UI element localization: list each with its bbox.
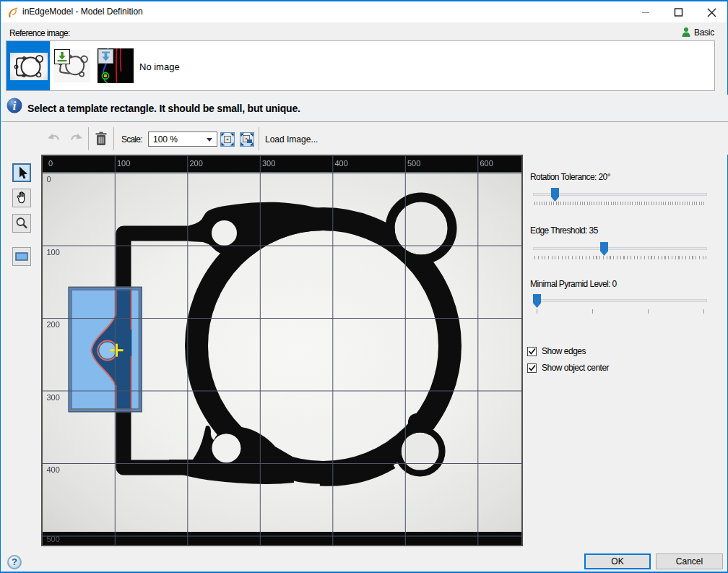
svg-text:200: 200 [190,159,203,168]
svg-text:200: 200 [47,320,60,329]
svg-text:300: 300 [262,159,275,168]
svg-text:400: 400 [47,465,60,474]
svg-text:500: 500 [407,159,420,168]
svg-text:100: 100 [47,248,60,257]
svg-text:i: i [13,100,17,112]
svg-text:600: 600 [480,159,493,168]
svg-text:0: 0 [48,159,53,168]
svg-text:500: 500 [47,535,60,543]
svg-text:100: 100 [117,159,130,168]
svg-text:0: 0 [47,175,51,184]
svg-text:400: 400 [335,159,348,168]
svg-text:300: 300 [47,393,60,402]
